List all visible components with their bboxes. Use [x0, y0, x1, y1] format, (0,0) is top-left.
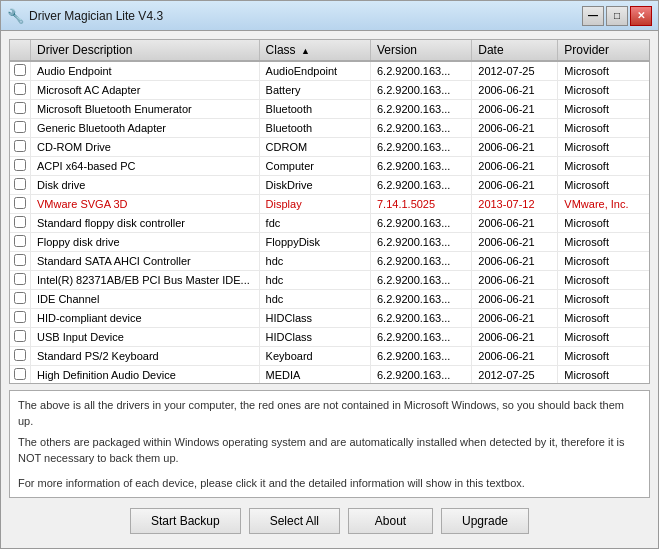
table-row[interactable]: USB Input DeviceHIDClass6.2.9200.163...2…	[10, 328, 649, 347]
row-date: 2006-06-21	[472, 328, 558, 347]
row-date: 2006-06-21	[472, 157, 558, 176]
row-desc: Standard PS/2 Keyboard	[31, 347, 260, 366]
minimize-button[interactable]: —	[582, 6, 604, 26]
col-header-date: Date	[472, 40, 558, 61]
row-version: 6.2.9200.163...	[371, 328, 472, 347]
app-icon: 🔧	[7, 8, 23, 24]
row-provider: Microsoft	[558, 271, 649, 290]
table-row[interactable]: Intel(R) 82371AB/EB PCI Bus Master IDE..…	[10, 271, 649, 290]
row-checkbox[interactable]	[14, 83, 26, 95]
row-provider: Microsoft	[558, 100, 649, 119]
row-date: 2006-06-21	[472, 119, 558, 138]
table-row[interactable]: Microsoft Bluetooth EnumeratorBluetooth6…	[10, 100, 649, 119]
row-checkbox[interactable]	[14, 235, 26, 247]
row-provider: Microsoft	[558, 347, 649, 366]
table-row[interactable]: Disk driveDiskDrive6.2.9200.163...2006-0…	[10, 176, 649, 195]
row-checkbox[interactable]	[14, 197, 26, 209]
row-checkbox[interactable]	[14, 273, 26, 285]
table-row[interactable]: VMware SVGA 3DDisplay7.14.1.50252013-07-…	[10, 195, 649, 214]
row-version: 7.14.1.5025	[371, 195, 472, 214]
row-provider: Microsoft	[558, 309, 649, 328]
row-date: 2006-06-21	[472, 290, 558, 309]
table-row[interactable]: Standard SATA AHCI Controllerhdc6.2.9200…	[10, 252, 649, 271]
upgrade-button[interactable]: Upgrade	[441, 508, 529, 534]
close-button[interactable]: ✕	[630, 6, 652, 26]
row-provider: Microsoft	[558, 119, 649, 138]
row-checkbox[interactable]	[14, 311, 26, 323]
row-version: 6.2.9200.163...	[371, 100, 472, 119]
row-desc: Standard floppy disk controller	[31, 214, 260, 233]
row-version: 6.2.9200.163...	[371, 176, 472, 195]
row-checkbox[interactable]	[14, 349, 26, 361]
row-date: 2006-06-21	[472, 271, 558, 290]
driver-table: Driver Description Class ▲ Version Date …	[10, 40, 649, 383]
table-row[interactable]: IDE Channelhdc6.2.9200.163...2006-06-21M…	[10, 290, 649, 309]
table-row[interactable]: Microsoft AC AdapterBattery6.2.9200.163.…	[10, 81, 649, 100]
row-checkbox[interactable]	[14, 102, 26, 114]
row-checkbox[interactable]	[14, 368, 26, 380]
row-class: DiskDrive	[259, 176, 370, 195]
row-desc: CD-ROM Drive	[31, 138, 260, 157]
row-version: 6.2.9200.163...	[371, 214, 472, 233]
title-bar: 🔧 Driver Magician Lite V4.3 — □ ✕	[1, 1, 658, 31]
table-row[interactable]: Generic Bluetooth AdapterBluetooth6.2.92…	[10, 119, 649, 138]
table-row[interactable]: High Definition Audio DeviceMEDIA6.2.920…	[10, 366, 649, 383]
row-date: 2006-06-21	[472, 138, 558, 157]
table-row[interactable]: Standard PS/2 KeyboardKeyboard6.2.9200.1…	[10, 347, 649, 366]
window-title: Driver Magician Lite V4.3	[29, 9, 163, 23]
about-button[interactable]: About	[348, 508, 433, 534]
table-header-row: Driver Description Class ▲ Version Date …	[10, 40, 649, 61]
table-row[interactable]: CD-ROM DriveCDROM6.2.9200.163...2006-06-…	[10, 138, 649, 157]
footer: Start Backup Select All About Upgrade	[9, 504, 650, 540]
row-date: 2006-06-21	[472, 176, 558, 195]
row-class: hdc	[259, 290, 370, 309]
row-checkbox[interactable]	[14, 178, 26, 190]
row-date: 2006-06-21	[472, 347, 558, 366]
row-provider: Microsoft	[558, 233, 649, 252]
row-desc: Floppy disk drive	[31, 233, 260, 252]
row-provider: VMware, Inc.	[558, 195, 649, 214]
select-all-button[interactable]: Select All	[249, 508, 340, 534]
row-checkbox[interactable]	[14, 121, 26, 133]
row-class: hdc	[259, 271, 370, 290]
row-desc: Generic Bluetooth Adapter	[31, 119, 260, 138]
row-class: MEDIA	[259, 366, 370, 383]
row-class: CDROM	[259, 138, 370, 157]
sort-arrow-class: ▲	[301, 46, 310, 56]
info-line-2: The others are packaged within Windows o…	[18, 434, 641, 467]
row-version: 6.2.9200.163...	[371, 366, 472, 383]
table-row[interactable]: Floppy disk driveFloppyDisk6.2.9200.163.…	[10, 233, 649, 252]
row-checkbox[interactable]	[14, 140, 26, 152]
row-checkbox[interactable]	[14, 64, 26, 76]
col-header-class[interactable]: Class ▲	[259, 40, 370, 61]
start-backup-button[interactable]: Start Backup	[130, 508, 241, 534]
row-desc: ACPI x64-based PC	[31, 157, 260, 176]
row-checkbox[interactable]	[14, 292, 26, 304]
row-checkbox[interactable]	[14, 330, 26, 342]
row-checkbox[interactable]	[14, 159, 26, 171]
row-version: 6.2.9200.163...	[371, 157, 472, 176]
row-desc: USB Input Device	[31, 328, 260, 347]
table-row[interactable]: HID-compliant deviceHIDClass6.2.9200.163…	[10, 309, 649, 328]
title-buttons: — □ ✕	[582, 6, 652, 26]
maximize-button[interactable]: □	[606, 6, 628, 26]
table-scroll[interactable]: Driver Description Class ▲ Version Date …	[10, 40, 649, 383]
row-desc: Microsoft AC Adapter	[31, 81, 260, 100]
row-class: FloppyDisk	[259, 233, 370, 252]
table-row[interactable]: Audio EndpointAudioEndpoint6.2.9200.163.…	[10, 61, 649, 81]
row-date: 2006-06-21	[472, 252, 558, 271]
row-version: 6.2.9200.163...	[371, 233, 472, 252]
row-desc: Intel(R) 82371AB/EB PCI Bus Master IDE..…	[31, 271, 260, 290]
table-row[interactable]: ACPI x64-based PCComputer6.2.9200.163...…	[10, 157, 649, 176]
row-version: 6.2.9200.163...	[371, 290, 472, 309]
col-header-desc: Driver Description	[31, 40, 260, 61]
table-row[interactable]: Standard floppy disk controllerfdc6.2.92…	[10, 214, 649, 233]
row-version: 6.2.9200.163...	[371, 138, 472, 157]
row-desc: Standard SATA AHCI Controller	[31, 252, 260, 271]
row-date: 2006-06-21	[472, 100, 558, 119]
row-class: fdc	[259, 214, 370, 233]
row-provider: Microsoft	[558, 366, 649, 383]
row-version: 6.2.9200.163...	[371, 119, 472, 138]
row-checkbox[interactable]	[14, 254, 26, 266]
row-checkbox[interactable]	[14, 216, 26, 228]
